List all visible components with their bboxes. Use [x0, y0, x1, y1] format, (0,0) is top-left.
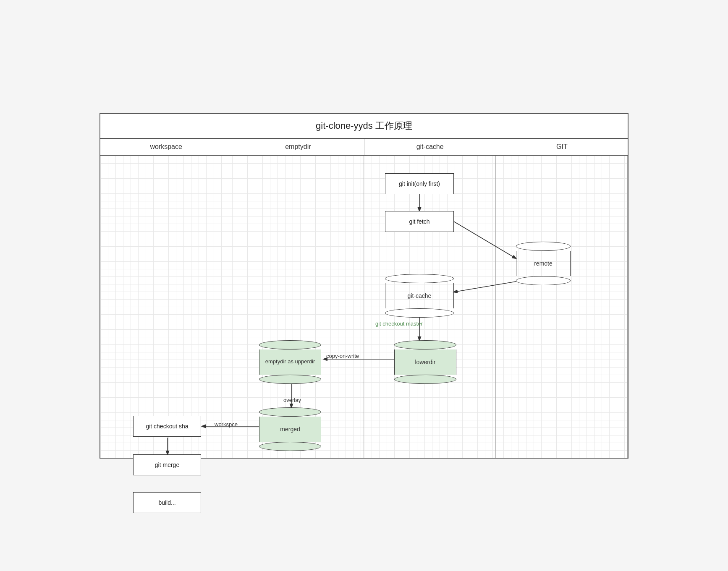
node-remote: remote: [516, 242, 571, 285]
col-workspace: [100, 156, 232, 458]
col-header-workspace: workspace: [100, 139, 232, 155]
label-git-checkout-master: git checkout master: [375, 321, 423, 327]
col-header-git-cache: git-cache: [364, 139, 496, 155]
node-git-cache-cyl: git-cache: [385, 274, 454, 318]
node-git-checkout-sha: git checkout sha: [133, 416, 201, 437]
node-build: build...: [133, 492, 201, 513]
label-workspce: workspce: [215, 421, 238, 428]
columns-body: git init(only first) git fetch remote gi…: [100, 156, 628, 458]
node-git-merge: git merge: [133, 454, 201, 475]
node-merged: merged: [259, 407, 321, 451]
diagram-title: git-clone-yyds 工作原理: [100, 114, 628, 139]
node-git-init: git init(only first): [385, 173, 454, 194]
label-overlay: overlay: [283, 397, 301, 403]
col-header-git: GIT: [496, 139, 628, 155]
col-header-emptydir: emptydir: [232, 139, 364, 155]
columns-header: workspace emptydir git-cache GIT: [100, 139, 628, 156]
node-emptydir-cyl: emptydir as upperdir: [259, 340, 321, 384]
node-git-fetch: git fetch: [385, 211, 454, 232]
label-copy-on-write: copy-on-write: [326, 353, 359, 359]
diagram-wrapper: git-clone-yyds 工作原理 workspace emptydir g…: [100, 113, 628, 459]
col-git: [496, 156, 628, 458]
node-lowerdir: lowerdir: [394, 340, 456, 384]
